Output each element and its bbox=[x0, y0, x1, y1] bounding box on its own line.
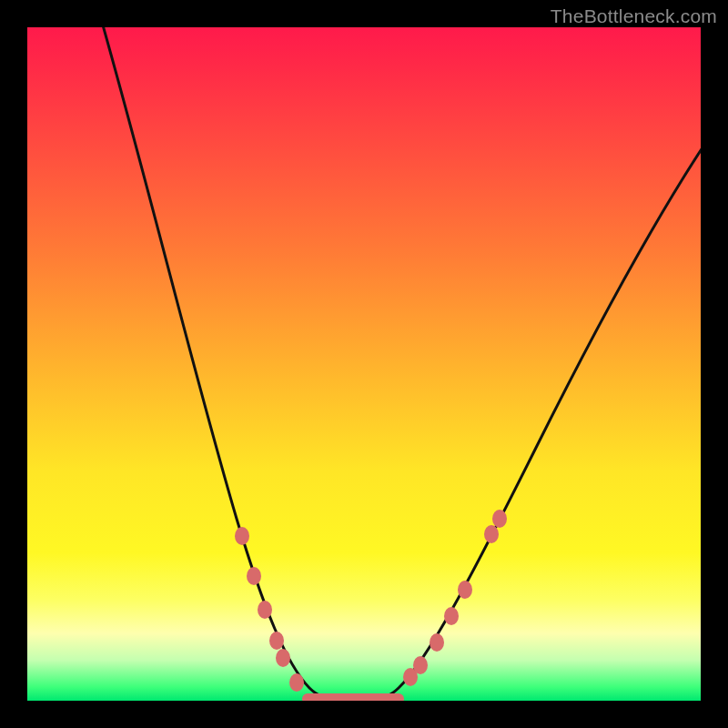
curve-marker bbox=[258, 601, 272, 619]
gradient-plot-area bbox=[27, 27, 701, 701]
curve-marker bbox=[276, 649, 290, 667]
curve-marker bbox=[492, 510, 507, 528]
curve-marker bbox=[458, 581, 472, 599]
curve-marker bbox=[289, 673, 304, 692]
curve-marker bbox=[269, 632, 284, 650]
v-curve-line bbox=[98, 27, 701, 699]
outer-frame: TheBottleneck.com bbox=[0, 0, 728, 728]
watermark-text: TheBottleneck.com bbox=[551, 5, 717, 27]
curve-marker bbox=[247, 567, 261, 585]
curve-marker bbox=[430, 633, 444, 652]
curve-marker bbox=[413, 656, 428, 674]
curve-marker bbox=[444, 607, 459, 625]
chart-svg bbox=[27, 27, 701, 701]
marker-group bbox=[235, 510, 507, 692]
curve-marker bbox=[235, 527, 249, 545]
curve-marker bbox=[484, 525, 499, 543]
